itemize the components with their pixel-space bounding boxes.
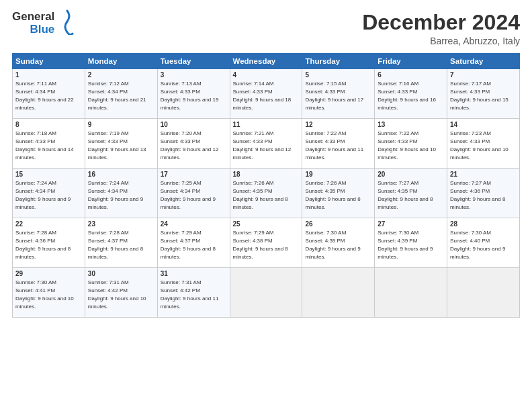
- calendar-cell: 15 Sunrise: 7:24 AMSunset: 4:34 PMDaylig…: [13, 169, 85, 218]
- cell-info: Sunrise: 7:27 AMSunset: 4:36 PMDaylight:…: [450, 180, 505, 210]
- day-number: 14: [450, 121, 517, 128]
- day-number: 23: [88, 220, 154, 228]
- day-number: 3: [161, 71, 227, 79]
- calendar-cell: 24 Sunrise: 7:29 AMSunset: 4:37 PMDaylig…: [157, 218, 230, 268]
- cell-info: Sunrise: 7:12 AMSunset: 4:34 PMDaylight:…: [88, 81, 146, 110]
- day-number: 16: [88, 171, 154, 178]
- cell-info: Sunrise: 7:11 AMSunset: 4:34 PMDaylight:…: [15, 81, 74, 110]
- calendar-cell: [230, 268, 302, 318]
- cell-info: Sunrise: 7:31 AMSunset: 4:42 PMDaylight:…: [88, 279, 146, 309]
- col-header-wednesday: Wednesday: [230, 54, 302, 69]
- calendar-cell: 22 Sunrise: 7:28 AMSunset: 4:36 PMDaylig…: [13, 218, 85, 268]
- calendar-cell: 27 Sunrise: 7:30 AMSunset: 4:39 PMDaylig…: [375, 218, 447, 268]
- month-title: December 2024: [362, 11, 520, 34]
- col-header-monday: Monday: [85, 54, 157, 69]
- cell-info: Sunrise: 7:20 AMSunset: 4:33 PMDaylight:…: [161, 130, 219, 160]
- cell-info: Sunrise: 7:27 AMSunset: 4:35 PMDaylight:…: [378, 180, 433, 210]
- location: Barrea, Abruzzo, Italy: [362, 36, 520, 46]
- calendar-cell: 3 Sunrise: 7:13 AMSunset: 4:33 PMDayligh…: [157, 69, 230, 119]
- calendar-cell: [447, 268, 520, 318]
- calendar-cell: 1 Sunrise: 7:11 AMSunset: 4:34 PMDayligh…: [13, 69, 85, 119]
- cell-info: Sunrise: 7:16 AMSunset: 4:33 PMDaylight:…: [378, 81, 436, 110]
- day-number: 25: [233, 220, 300, 228]
- cell-info: Sunrise: 7:15 AMSunset: 4:33 PMDaylight:…: [305, 81, 363, 110]
- cell-info: Sunrise: 7:13 AMSunset: 4:33 PMDaylight:…: [161, 81, 219, 110]
- calendar-header-row: SundayMondayTuesdayWednesdayThursdayFrid…: [13, 54, 520, 69]
- header: General Blue December 2024 Barrea, Abruz…: [12, 11, 520, 46]
- col-header-saturday: Saturday: [447, 54, 520, 69]
- day-number: 27: [378, 220, 444, 228]
- cell-info: Sunrise: 7:30 AMSunset: 4:41 PMDaylight:…: [15, 279, 74, 309]
- day-number: 8: [15, 121, 82, 128]
- calendar-cell: 18 Sunrise: 7:26 AMSunset: 4:35 PMDaylig…: [230, 169, 302, 218]
- calendar-cell: 6 Sunrise: 7:16 AMSunset: 4:33 PMDayligh…: [375, 69, 447, 119]
- week-row-1: 1 Sunrise: 7:11 AMSunset: 4:34 PMDayligh…: [13, 69, 520, 119]
- day-number: 7: [450, 71, 517, 79]
- calendar-page: General Blue December 2024 Barrea, Abruz…: [0, 0, 532, 411]
- day-number: 17: [161, 171, 227, 178]
- day-number: 21: [450, 171, 517, 178]
- col-header-tuesday: Tuesday: [157, 54, 230, 69]
- day-number: 18: [233, 171, 300, 178]
- calendar-cell: 25 Sunrise: 7:29 AMSunset: 4:38 PMDaylig…: [230, 218, 302, 268]
- calendar-cell: 29 Sunrise: 7:30 AMSunset: 4:41 PMDaylig…: [13, 268, 85, 318]
- cell-info: Sunrise: 7:30 AMSunset: 4:40 PMDaylight:…: [450, 230, 505, 259]
- week-row-2: 8 Sunrise: 7:18 AMSunset: 4:33 PMDayligh…: [13, 119, 520, 169]
- col-header-thursday: Thursday: [302, 54, 375, 69]
- cell-info: Sunrise: 7:19 AMSunset: 4:33 PMDaylight:…: [88, 130, 146, 160]
- calendar-cell: 21 Sunrise: 7:27 AMSunset: 4:36 PMDaylig…: [447, 169, 520, 218]
- day-number: 29: [15, 270, 82, 277]
- calendar-cell: 17 Sunrise: 7:25 AMSunset: 4:34 PMDaylig…: [157, 169, 230, 218]
- cell-info: Sunrise: 7:31 AMSunset: 4:42 PMDaylight:…: [161, 279, 219, 309]
- day-number: 15: [15, 171, 82, 178]
- cell-info: Sunrise: 7:14 AMSunset: 4:33 PMDaylight:…: [233, 81, 292, 110]
- calendar-cell: 31 Sunrise: 7:31 AMSunset: 4:42 PMDaylig…: [157, 268, 230, 318]
- cell-info: Sunrise: 7:29 AMSunset: 4:37 PMDaylight:…: [161, 230, 216, 259]
- cell-info: Sunrise: 7:30 AMSunset: 4:39 PMDaylight:…: [305, 230, 360, 259]
- day-number: 13: [378, 121, 444, 128]
- calendar-cell: 30 Sunrise: 7:31 AMSunset: 4:42 PMDaylig…: [85, 268, 157, 318]
- calendar-table: SundayMondayTuesdayWednesdayThursdayFrid…: [12, 53, 520, 318]
- cell-info: Sunrise: 7:25 AMSunset: 4:34 PMDaylight:…: [161, 180, 216, 210]
- cell-info: Sunrise: 7:18 AMSunset: 4:33 PMDaylight:…: [15, 130, 74, 160]
- cell-info: Sunrise: 7:17 AMSunset: 4:33 PMDaylight:…: [450, 81, 508, 110]
- cell-info: Sunrise: 7:22 AMSunset: 4:33 PMDaylight:…: [305, 130, 363, 160]
- cell-info: Sunrise: 7:26 AMSunset: 4:35 PMDaylight:…: [305, 180, 360, 210]
- day-number: 4: [233, 71, 300, 79]
- calendar-cell: 8 Sunrise: 7:18 AMSunset: 4:33 PMDayligh…: [13, 119, 85, 169]
- day-number: 10: [161, 121, 227, 128]
- day-number: 30: [88, 270, 154, 277]
- calendar-cell: 10 Sunrise: 7:20 AMSunset: 4:33 PMDaylig…: [157, 119, 230, 169]
- day-number: 5: [305, 71, 371, 79]
- cell-info: Sunrise: 7:21 AMSunset: 4:33 PMDaylight:…: [233, 130, 292, 160]
- day-number: 31: [161, 270, 227, 277]
- calendar-cell: 20 Sunrise: 7:27 AMSunset: 4:35 PMDaylig…: [375, 169, 447, 218]
- cell-info: Sunrise: 7:28 AMSunset: 4:36 PMDaylight:…: [15, 230, 71, 259]
- calendar-cell: 13 Sunrise: 7:22 AMSunset: 4:33 PMDaylig…: [375, 119, 447, 169]
- week-row-5: 29 Sunrise: 7:30 AMSunset: 4:41 PMDaylig…: [13, 268, 520, 318]
- cell-info: Sunrise: 7:23 AMSunset: 4:33 PMDaylight:…: [450, 130, 508, 160]
- calendar-cell: 9 Sunrise: 7:19 AMSunset: 4:33 PMDayligh…: [85, 119, 157, 169]
- day-number: 2: [88, 71, 154, 79]
- cell-info: Sunrise: 7:29 AMSunset: 4:38 PMDaylight:…: [233, 230, 288, 259]
- day-number: 12: [305, 121, 371, 128]
- day-number: 19: [305, 171, 371, 178]
- cell-info: Sunrise: 7:30 AMSunset: 4:39 PMDaylight:…: [378, 230, 433, 259]
- calendar-cell: 19 Sunrise: 7:26 AMSunset: 4:35 PMDaylig…: [302, 169, 375, 218]
- day-number: 28: [450, 220, 517, 228]
- calendar-cell: [302, 268, 375, 318]
- calendar-cell: 4 Sunrise: 7:14 AMSunset: 4:33 PMDayligh…: [230, 69, 302, 119]
- calendar-cell: 2 Sunrise: 7:12 AMSunset: 4:34 PMDayligh…: [85, 69, 157, 119]
- day-number: 26: [305, 220, 371, 228]
- cell-info: Sunrise: 7:26 AMSunset: 4:35 PMDaylight:…: [233, 180, 288, 210]
- logo-general: General: [12, 11, 54, 24]
- day-number: 22: [15, 220, 82, 228]
- col-header-sunday: Sunday: [13, 54, 85, 69]
- week-row-4: 22 Sunrise: 7:28 AMSunset: 4:36 PMDaylig…: [13, 218, 520, 268]
- calendar-cell: 5 Sunrise: 7:15 AMSunset: 4:33 PMDayligh…: [302, 69, 375, 119]
- cell-info: Sunrise: 7:28 AMSunset: 4:37 PMDaylight:…: [88, 230, 143, 259]
- calendar-cell: 12 Sunrise: 7:22 AMSunset: 4:33 PMDaylig…: [302, 119, 375, 169]
- cell-info: Sunrise: 7:22 AMSunset: 4:33 PMDaylight:…: [378, 130, 436, 160]
- calendar-cell: [375, 268, 447, 318]
- day-number: 20: [378, 171, 444, 178]
